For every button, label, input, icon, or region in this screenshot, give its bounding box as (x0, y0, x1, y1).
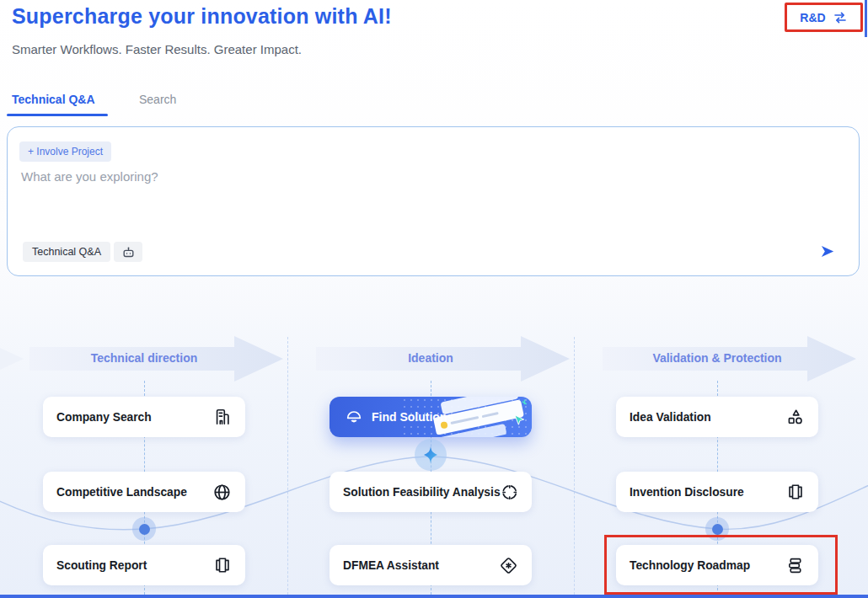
building-icon (213, 408, 232, 426)
query-input[interactable] (19, 168, 613, 232)
annotation-box-domain-button: R&D (785, 3, 863, 32)
bottom-accent-bar (0, 595, 868, 598)
card-idea-validation[interactable]: Idea Validation (616, 397, 818, 437)
stack-icon (785, 556, 805, 575)
column-divider-line (574, 337, 575, 595)
shapes-icon (785, 408, 805, 427)
scrollbar-thumb[interactable] (865, 0, 867, 37)
card-solution-feasibility-analysis[interactable]: Solution Feasibility Analysis (330, 472, 532, 512)
card-label: Find Solutions (372, 410, 453, 424)
card-company-search[interactable]: Company Search (43, 397, 245, 437)
column-divider-line (287, 337, 288, 595)
connector-dot (705, 517, 729, 541)
card-competitive-landscape[interactable]: Competitive Landscape (43, 472, 245, 512)
cursor-icon (513, 414, 526, 427)
card-label: Scouting Report (56, 559, 147, 572)
stage-title-technical-direction: Technical direction (18, 351, 271, 365)
tab-search[interactable]: Search (139, 93, 176, 106)
lamp-icon (345, 408, 363, 426)
domain-switcher-button[interactable]: R&D (795, 9, 852, 26)
diamond-asterisk-icon (499, 556, 518, 575)
trifold-book-icon (213, 556, 232, 574)
globe-icon (212, 483, 232, 502)
trifold-book-icon (786, 483, 805, 501)
robot-icon (121, 245, 136, 259)
active-tab-underline (7, 114, 108, 116)
swap-icon (833, 10, 848, 25)
card-label: Technology Roadmap (630, 559, 750, 572)
card-invention-disclosure[interactable]: Invention Disclosure (616, 472, 818, 512)
card-label: Competitive Landscape (56, 486, 187, 499)
connector-dot (132, 517, 156, 541)
sparkle-marker (415, 439, 447, 471)
card-label: Company Search (56, 411, 152, 424)
involve-project-button[interactable]: + Involve Project (19, 141, 111, 162)
send-button[interactable] (815, 238, 840, 264)
query-composer-card: + Involve Project Technical Q&A (7, 126, 860, 276)
agent-chip[interactable] (114, 242, 142, 262)
card-technology-roadmap[interactable]: Technology Roadmap (616, 545, 818, 585)
app-root: Supercharge your innovation with AI! Sma… (0, 0, 868, 598)
sparkle-icon (421, 445, 441, 465)
sparkle-deco-icon (520, 399, 529, 408)
stage-title-ideation: Ideation (304, 351, 557, 365)
domain-label: R&D (800, 11, 825, 24)
card-label: DFMEA Assistant (343, 559, 439, 572)
page-title: Supercharge your innovation with AI! (12, 4, 392, 29)
page-subtitle: Smarter Workflows. Faster Results. Great… (12, 42, 302, 56)
card-label: Idea Validation (630, 411, 711, 424)
card-label: Invention Disclosure (630, 486, 744, 499)
crosshair-target-icon (501, 483, 518, 502)
stage-title-validation-protection: Validation & Protection (591, 351, 844, 365)
card-label: Solution Feasibility Analysis (343, 486, 501, 499)
card-dfmea-assistant[interactable]: DFMEA Assistant (330, 545, 532, 585)
tab-technical-qa[interactable]: Technical Q&A (12, 93, 95, 106)
card-find-solutions[interactable]: Find Solutions (330, 397, 532, 437)
card-scouting-report[interactable]: Scouting Report (43, 545, 245, 585)
send-icon (820, 241, 835, 262)
mode-chip-technical-qa[interactable]: Technical Q&A (23, 242, 110, 262)
